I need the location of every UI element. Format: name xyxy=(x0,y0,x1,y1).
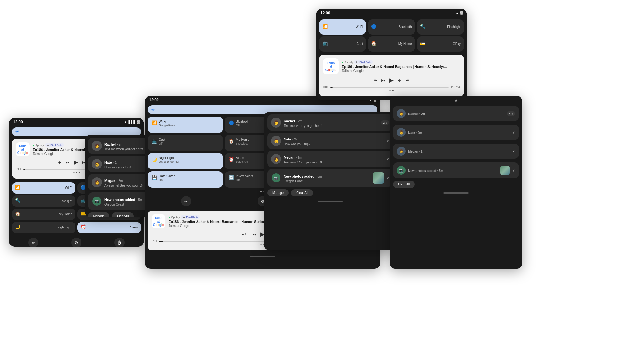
datasaver-tile-3[interactable]: 💾 Data Saver On xyxy=(148,171,223,188)
notif-time-nate-4: · 2m xyxy=(292,138,298,141)
avatar-nate-2: 👨 xyxy=(92,159,102,169)
chevron-nate-4[interactable]: ∨ xyxy=(386,139,389,143)
nightlight-tile-3[interactable]: 🌙 Night Light On at 10:00 PM xyxy=(148,153,223,169)
settings-button-1[interactable]: ⚙ xyxy=(71,238,81,247)
nightlight-tile-1[interactable]: 🌙 Night Light xyxy=(12,222,75,233)
nightlight-label-1: Night Light xyxy=(57,226,72,229)
photo-thumb-4 xyxy=(373,172,384,184)
notif-rachel-6[interactable]: 👩 Rachel · 2m 2 ∨ xyxy=(393,106,519,121)
wifi-tile-3[interactable]: 📶 Wi-Fi GoogleGuest xyxy=(148,117,223,133)
cast-icon-5: 📺 xyxy=(322,41,328,46)
media-logo-3: TalksatGoogle xyxy=(152,214,165,228)
brightness-slider-1[interactable]: ☀ xyxy=(12,127,141,136)
dot-3 xyxy=(79,172,80,173)
manage-button-4[interactable]: Manage xyxy=(267,189,289,196)
time-3: 12:00 xyxy=(149,98,159,102)
notif-nate-4[interactable]: 👨 Nate· 2m How was your trip? ∨ xyxy=(267,133,393,149)
power-button-1[interactable]: ⏻ xyxy=(114,238,125,247)
wifi-status-icon-5: ▲ xyxy=(455,11,459,15)
bluetooth-label-3: Bluetooth xyxy=(236,120,249,124)
play-icon-1[interactable]: ▶ xyxy=(74,159,78,166)
skip-forward-icon-5[interactable]: ⏭ xyxy=(397,78,402,83)
battery-icon: ▓ xyxy=(137,120,140,124)
myhome-icon-1: 🏠 xyxy=(15,211,20,216)
alarm-icon-1: ⏰ xyxy=(80,224,86,229)
status-icons-1: ▲ ▌▌▌ ▓ xyxy=(124,120,140,124)
media-dot-3-1 xyxy=(260,244,262,245)
forward-icon-5[interactable]: ⏭ xyxy=(406,78,409,82)
flashlight-tile-1[interactable]: 🔦 Flashlight xyxy=(12,195,75,207)
notif-photos-6[interactable]: 📷 New photos added · 5m ∨ xyxy=(393,162,519,178)
qs-toolbar-1: ✏ ⚙ ⏻ xyxy=(9,235,144,247)
chevron-nate-6[interactable]: ∨ xyxy=(512,130,515,135)
notif-megan-6[interactable]: 👩 Megan · 2m ∨ xyxy=(393,144,519,159)
wifi-tile-5[interactable]: 📶 Wi-Fi xyxy=(319,19,366,35)
notif-photos-4[interactable]: 📷 New photos added· 5m Oregon Coast ∨ xyxy=(267,169,393,187)
chevron-megan-4[interactable]: ∨ xyxy=(386,157,389,161)
skip-back-icon-1[interactable]: ⏭ xyxy=(66,160,70,165)
alarm-label-3: Alarm xyxy=(236,156,248,160)
chevron-megan-6[interactable]: ∨ xyxy=(512,149,515,153)
play-icon-5[interactable]: ▶ xyxy=(389,77,394,84)
myhome-tile-1[interactable]: 🏠 My Home xyxy=(12,209,75,220)
wifi-label-3: Wi-Fi xyxy=(159,120,175,124)
gpay-tile-5[interactable]: 💳 GPay xyxy=(417,36,464,52)
edit-button-3[interactable]: ✏ xyxy=(181,196,191,206)
skip-back-icon-3[interactable]: ⏮ xyxy=(252,232,257,237)
flashlight-label-1: Flashlight xyxy=(59,199,72,203)
bluetooth-tile-5[interactable]: 🔵 Bluetooth xyxy=(368,19,415,35)
avatar-photos-4: 📷 xyxy=(271,173,281,183)
chevron-photos-4[interactable]: ∨ xyxy=(386,176,389,180)
manage-button-2[interactable]: Manage xyxy=(88,212,109,217)
progress-bar-5[interactable] xyxy=(330,87,449,88)
clear-all-button-4[interactable]: Clear All xyxy=(291,189,313,196)
notif-name-rachel-4: Rachel xyxy=(284,119,295,123)
gpay-icon-5: 💳 xyxy=(420,41,425,46)
cast-label-5: Cast xyxy=(357,42,363,46)
notif-body-rachel-4: Text me when you get here! xyxy=(284,124,379,128)
alarm-sub-3: 10:30 AM xyxy=(236,160,248,163)
clear-all-button-2[interactable]: Clear All xyxy=(112,212,134,217)
rewind-icon-1[interactable]: ⏮ xyxy=(58,160,62,165)
photos-app-icon-2: 📷 xyxy=(92,197,101,206)
notif-name-nate-4: Nate xyxy=(284,137,291,141)
myhome-icon-5: 🏠 xyxy=(371,41,376,46)
media-artist-5: Talks at Google xyxy=(342,69,460,73)
media-logo-1: TalksatGoogle xyxy=(16,142,30,156)
rewind-icon-5[interactable]: ⏮ xyxy=(374,78,377,82)
pixel-buds-badge-3: 🎧 Pixel Buds xyxy=(181,215,200,219)
time-current-5: 0:01 xyxy=(323,85,329,89)
cast-sub-3: Off xyxy=(159,142,165,145)
device-notif-right: ∧ 👩 Rachel · 2m 2 ∨ 👨 Nate · 2m ∨ 👩 Mega… xyxy=(390,96,522,269)
wifi-tile-1[interactable]: 📶 Wi-Fi xyxy=(12,182,75,194)
rewind-icon-3[interactable]: ⏮15 xyxy=(241,232,248,236)
notif-megan-4[interactable]: 👩 Megan· 2m Awesome! See you soon :0 ∨ xyxy=(267,151,393,167)
edit-button-1[interactable]: ✏ xyxy=(28,238,38,247)
status-bar-5: 12:00 ▲ ▓ xyxy=(316,9,467,17)
alarm-tile-1[interactable]: ⏰ Alarm xyxy=(77,222,141,233)
chevron-up-icon-6[interactable]: ∧ xyxy=(454,98,458,103)
clear-all-button-6[interactable]: Clear All xyxy=(393,181,415,188)
gpay-label-5: GPay xyxy=(453,42,461,46)
notif-time-nate-2: · 2m xyxy=(113,161,119,164)
nightlight-sub-3: On at 10:00 PM xyxy=(159,160,179,163)
cast-tile-5[interactable]: 📺 Cast xyxy=(319,36,366,52)
media-source-5: ● Spotify 🎧 Pixel Buds xyxy=(342,60,460,64)
notif-nate-6[interactable]: 👨 Nate · 2m ∨ xyxy=(393,125,519,140)
notif-name-photos-2: New photos added xyxy=(104,198,135,201)
myhome-tile-5[interactable]: 🏠 My Home xyxy=(368,36,415,52)
skip-back-icon-5[interactable]: ⏮ xyxy=(381,78,386,83)
notif-time-megan-2: · 2m xyxy=(117,179,123,183)
device-tablet-top-right: 12:00 ▲ ▓ 📶 Wi-Fi 🔵 Bluetooth 🔦 Flashlig… xyxy=(316,9,467,100)
bluetooth-icon-3: 🔵 xyxy=(229,120,234,125)
chevron-photos-6[interactable]: ∨ xyxy=(512,168,515,173)
invertcolors-label-3: Invert colors xyxy=(236,174,253,178)
notif-rachel-4[interactable]: 👩 Rachel· 2m Text me when you get here! … xyxy=(267,114,393,131)
datasaver-icon-3: 💾 xyxy=(152,175,157,180)
wifi-label-1: Wi-Fi xyxy=(65,186,72,190)
avatar-rachel-6: 👩 xyxy=(397,109,406,118)
brightness-icon-1: ☀ xyxy=(15,129,19,134)
flashlight-tile-5[interactable]: 🔦 Flashlight xyxy=(417,19,464,35)
notif-time-megan-4: · 2m xyxy=(296,156,302,159)
cast-tile-3[interactable]: 📺 Cast Off xyxy=(148,135,223,151)
